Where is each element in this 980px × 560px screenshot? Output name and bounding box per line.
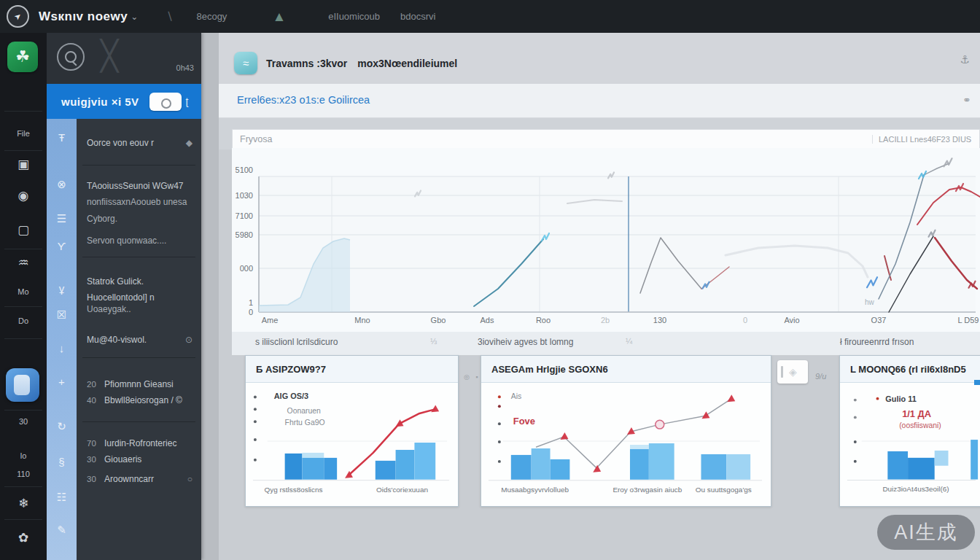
card-3-title: L MOONQ66 (rl ril6xl8nD5 — [850, 364, 966, 375]
eye-icon: ⊙ — [185, 335, 192, 345]
sidebar-item-10[interactable]: 40Bbwll8eiosrogan / © — [77, 393, 201, 408]
sidebar: ╳ 0h43 wuigjviu ×i 5V ʈ Ŧ⊗☰Ƴұ☒↓+↻§☷✎ Oor… — [47, 33, 201, 560]
legend-item-3: ł firoureenrrd frıson — [840, 337, 914, 347]
sidebar-item-4[interactable]: Servon quonwaac.... — [77, 233, 201, 248]
svg-text:Eroy o3rwgasin aiucb: Eroy o3rwgasin aiucb — [612, 486, 682, 494]
search-lens — [65, 51, 77, 63]
waveform-icon: ♒ — [18, 255, 28, 271]
gear-icon[interactable]: ⚓ — [960, 53, 970, 66]
legend-decor-1: ⅓ — [430, 337, 437, 346]
content-header: ≈ Travamns :3kvormox3Nœendileiumel ⚓ — [219, 33, 980, 84]
card-3-chart: Gulio 111/1 ДА(oosfiiswani)Duiz3ioAt4us3… — [840, 382, 980, 508]
rail-separator-5 — [4, 410, 42, 411]
tool-slash-icon[interactable]: ⊗ — [47, 176, 77, 193]
badge-icon: ◆ — [186, 138, 192, 148]
nav-divider: ∖ — [166, 9, 173, 23]
rail-item-chat[interactable]: ▣ — [0, 153, 47, 175]
rail-item-camera[interactable]: ◉ — [0, 184, 47, 206]
sidebar-item-number: 40 — [87, 396, 104, 405]
cross-icon[interactable]: ╳ — [101, 39, 118, 72]
chevron-down-icon[interactable]: ⌄ — [131, 12, 138, 22]
svg-text:0: 0 — [249, 308, 253, 316]
blue-app-icon-active[interactable] — [6, 368, 39, 402]
svg-text:Ou suuttsgoga'gs: Ou suuttsgoga'gs — [696, 486, 752, 494]
breadcrumb-link[interactable]: Errel6es:x23 o1s:e Goilircea — [237, 94, 370, 106]
page-title-b: mox3Nœendileiumel — [357, 58, 457, 69]
nav-item-2[interactable]: eIIuomicoub — [328, 11, 380, 22]
tool-grid-icon[interactable]: ☷ — [47, 489, 77, 506]
mountain-icon: ▲ — [272, 9, 286, 25]
tool-y-icon[interactable]: Ƴ — [47, 237, 77, 254]
sidebar-item-13[interactable]: 30Aroownncarr○ — [77, 472, 201, 486]
tool-box-icon[interactable]: ☒ — [47, 306, 77, 324]
leaf-glyph: ☘ — [15, 47, 30, 66]
sidebar-item-label: Uoaeygak.. — [87, 304, 131, 314]
svg-text:L D59: L D59 — [958, 316, 979, 324]
content-gutter — [201, 33, 219, 560]
sidebar-item-1[interactable]: TAooiussSeunoi WGw47 — [77, 179, 201, 193]
svg-text:hw: hw — [865, 298, 875, 306]
brand-title: Wsкnıv noewy — [39, 9, 128, 24]
tool-t-icon[interactable]: Ŧ — [47, 128, 77, 146]
svg-text:Qyg rstlss8oslicns: Qyg rstlss8oslicns — [265, 486, 323, 494]
gap-button[interactable]: ◈ — [777, 360, 808, 384]
nav-item-3[interactable]: bdocsrvi — [400, 11, 435, 22]
svg-text:000: 000 — [240, 264, 253, 273]
rail-item-mo[interactable]: Mo — [0, 281, 47, 303]
sidebar-item-label: nonfiissaxnAooueb unesa — [87, 197, 187, 207]
green-app-icon[interactable]: ☘ — [7, 42, 38, 72]
sidebar-item-9[interactable]: 20Pfiomnnn Gieansi — [77, 377, 201, 392]
sidebar-item-label: Servon quonwaac.... — [87, 236, 166, 246]
sidebar-item-3[interactable]: Cyborg. — [77, 211, 201, 226]
filter-input[interactable] — [233, 133, 872, 145]
svg-text:Oonaruen: Oonaruen — [287, 407, 321, 415]
tool-edit-icon[interactable]: ✎ — [47, 521, 77, 539]
logo-glyph: ➤ — [12, 11, 23, 23]
sidebar-item-label: Pfiomnnn Gieansi — [104, 379, 174, 389]
svg-text:AIG OS/3: AIG OS/3 — [274, 392, 308, 400]
sidebar-item-label: Giouaeris — [104, 454, 141, 464]
svg-text:Ais: Ais — [511, 392, 522, 400]
sidebar-item-number: 70 — [87, 439, 104, 448]
sidebar-item-8[interactable]: Mu@40-viswol.⊙ — [77, 332, 201, 347]
rail-item-snowflake[interactable]: ❄ — [0, 492, 47, 514]
rail-item-monitor[interactable]: ▢ — [0, 219, 47, 241]
legend-decor-2: ¼ — [626, 337, 632, 346]
sidebar-item-number: 30 — [87, 475, 104, 483]
sidebar-item-0[interactable]: Oorce von eouv r◆ — [77, 136, 201, 150]
rail-item-n110[interactable]: 110 — [0, 463, 47, 485]
rail-item-waveform[interactable]: ♒ — [0, 252, 47, 273]
logo-icon[interactable]: ➤ — [7, 5, 29, 28]
sidebar-item-5[interactable]: Statrok Gulick. — [77, 274, 201, 289]
tool-list-icon[interactable]: ☰ — [47, 210, 77, 228]
search-icon[interactable] — [57, 43, 85, 71]
snowflake-icon: ❄ — [18, 496, 28, 511]
rail-item-file[interactable]: File — [0, 122, 47, 144]
sidebar-item-2[interactable]: nonfiissaxnAooueb unesa — [77, 195, 201, 209]
sidebar-item-7[interactable]: Uoaeygak.. — [77, 302, 201, 316]
rail-item-do[interactable]: Do — [0, 310, 47, 332]
menu-separator-3 — [82, 421, 195, 422]
link-icon[interactable]: ⚭ — [962, 94, 971, 106]
tool-section-icon[interactable]: § — [47, 453, 77, 470]
tool-refresh-icon[interactable]: ↻ — [47, 418, 77, 435]
sidebar-item-11[interactable]: 70Iurdin-Rofronteriec — [77, 436, 201, 451]
tool-down-icon[interactable]: ↓ — [47, 339, 77, 357]
rail-separator-6 — [4, 486, 42, 487]
date-range-picker[interactable]: LACILLI Lnes46F23 DIUS — [872, 135, 979, 144]
rail-label-lo: lo — [20, 451, 27, 460]
rail-separator-7 — [4, 519, 42, 520]
svg-text:Mno: Mno — [354, 316, 370, 324]
tool-hourglass-icon[interactable]: ұ — [47, 279, 77, 297]
svg-text:Fhrtu Ga9O: Fhrtu Ga9O — [285, 419, 325, 427]
rail-item-n30[interactable]: 30 — [0, 411, 47, 432]
toggle-switch[interactable] — [149, 93, 182, 111]
tool-plus-icon[interactable]: + — [47, 373, 77, 390]
nav-item-1[interactable]: 8ecogy — [196, 11, 227, 22]
sidebar-item-label: TAooiussSeunoi WGw47 — [87, 181, 184, 191]
svg-text:5980: 5980 — [236, 230, 253, 239]
sidebar-item-12[interactable]: 30Giouaeris — [77, 452, 201, 467]
card-1-header: Б ASIPZOW9?7 — [246, 356, 458, 383]
rail-item-flower[interactable]: ✿ — [0, 526, 47, 548]
legend-row: s iliisclionl lcrilsdicuro3ioviheiv agve… — [232, 332, 980, 355]
